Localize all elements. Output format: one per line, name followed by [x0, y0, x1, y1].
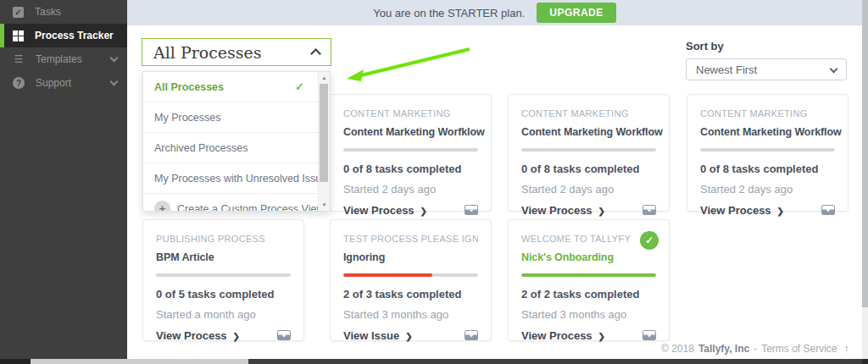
list-icon: ☰	[13, 53, 25, 65]
copyright-text: © 2018	[661, 343, 694, 355]
sort-value: Newest First	[696, 63, 757, 76]
process-title: Nick's Onboarding	[521, 251, 656, 263]
option-label: Archived Processes	[154, 142, 248, 154]
terms-of-service-link[interactable]: Terms of Service	[761, 343, 837, 355]
process-title: BPM Article	[156, 251, 291, 263]
option-label: My Processes with Unresolved Issues	[154, 173, 331, 185]
process-title: Content Marketing Workflow	[521, 126, 656, 138]
monitor-icon[interactable]	[277, 330, 291, 341]
process-card: CONTENT MARKETING Content Marketing Work…	[687, 94, 849, 212]
progress-bar	[521, 148, 656, 152]
chevron-right-icon: ❯	[405, 332, 412, 341]
view-process-link[interactable]: View Process ❯	[521, 204, 605, 217]
plus-icon: +	[154, 201, 170, 212]
filter-option-unresolved-issues[interactable]: My Processes with Unresolved Issues ✱	[143, 163, 330, 194]
sort-select[interactable]: Newest First	[686, 58, 847, 80]
chevron-right-icon: ❯	[233, 332, 240, 341]
progress-bar	[521, 273, 656, 277]
sidebar-item-process-tracker[interactable]: Process Tracker	[0, 24, 127, 47]
check-icon: ✓	[295, 80, 304, 93]
chevron-right-icon: ❯	[598, 207, 605, 216]
vertical-scrollbar-thumb[interactable]	[862, 0, 868, 307]
scroll-up-icon[interactable]: ▲	[319, 73, 330, 83]
chevron-down-icon	[110, 54, 119, 63]
tasks-completed: 0 of 8 tasks completed	[343, 163, 478, 175]
view-process-link[interactable]: View Process ❯	[343, 204, 427, 217]
process-title: Content Marketing Worfklow	[343, 126, 478, 138]
sidebar-item-label: Process Tracker	[35, 30, 114, 41]
view-issue-link[interactable]: View Issue ❯	[343, 329, 413, 342]
started-ago: Started 2 days ago	[343, 183, 478, 196]
completed-check-icon: ✓	[640, 231, 659, 250]
option-label: All Processes	[154, 81, 224, 93]
sidebar-item-templates[interactable]: ☰ Templates	[0, 47, 127, 71]
sidebar-item-tasks[interactable]: ✓ Tasks	[0, 0, 127, 24]
filter-option-my-processes[interactable]: My Processes	[143, 102, 330, 133]
template-label: PUBLISHING PROCESS	[156, 234, 291, 244]
process-card: PUBLISHING PROCESS BPM Article 0 of 5 ta…	[142, 219, 304, 341]
progress-bar	[700, 148, 835, 152]
filter-option-archived-processes[interactable]: Archived Processes	[143, 133, 330, 163]
process-filter-value: All Processes	[153, 43, 262, 62]
dropdown-scrollbar[interactable]: ▲ ▼	[318, 72, 330, 211]
page-vertical-scrollbar[interactable]	[862, 0, 868, 359]
plan-message: You are on the STARTER plan.	[373, 7, 525, 19]
chevron-right-icon: ❯	[777, 207, 784, 216]
monitor-icon[interactable]	[643, 330, 656, 341]
tasks-completed: 0 of 5 tasks completed	[156, 288, 291, 301]
process-title: Content Marketing Workflow	[700, 126, 835, 138]
footer: © 2018 Tallyfy, Inc - Terms of Service ↑	[661, 342, 849, 355]
tasks-checkbox-icon: ✓	[13, 7, 24, 18]
view-process-link[interactable]: View Process ❯	[700, 204, 784, 217]
plan-banner: You are on the STARTER plan. UPGRADE	[127, 0, 862, 25]
tasks-completed: 0 of 8 tasks completed	[700, 163, 835, 175]
progress-bar	[343, 148, 478, 152]
chevron-down-icon	[830, 64, 838, 73]
question-icon: ?	[13, 77, 25, 89]
horizontal-scrollbar-thumb[interactable]	[31, 359, 248, 364]
annotation-arrow	[341, 41, 476, 86]
sort-by-label: Sort by	[686, 40, 724, 52]
option-label: Create a Custom Process View	[177, 203, 324, 212]
filter-option-all-processes[interactable]: All Processes ✓	[143, 72, 330, 102]
sidebar: ✓ Tasks Process Tracker ☰ Templates ? Su…	[0, 0, 127, 359]
started-ago: Started a month ago	[156, 308, 291, 321]
sidebar-item-support[interactable]: ? Support	[0, 71, 127, 95]
process-filter-menu: All Processes ✓ My Processes Archived Pr…	[142, 71, 331, 212]
resize-grip	[862, 359, 868, 364]
chevron-down-icon	[110, 78, 119, 86]
template-label: CONTENT MARKETING	[521, 108, 656, 119]
template-label: TEST PROCESS PLEASE IGNORE	[343, 234, 478, 244]
scroll-to-top-icon[interactable]: ↑	[844, 342, 850, 355]
monitor-icon[interactable]	[465, 205, 478, 216]
view-process-link[interactable]: View Process ❯	[156, 329, 240, 342]
template-label: CONTENT MARKETING	[343, 108, 478, 119]
monitor-icon[interactable]	[643, 205, 656, 216]
chevron-right-icon: ❯	[420, 207, 427, 216]
upgrade-button[interactable]: UPGRADE	[537, 3, 616, 23]
process-filter-dropdown[interactable]: All Processes	[142, 38, 331, 66]
scroll-down-icon[interactable]: ▼	[319, 200, 330, 210]
page-horizontal-scrollbar[interactable]	[0, 359, 868, 364]
monitor-icon[interactable]	[821, 205, 835, 216]
template-label: WELCOME TO TALLYFY	[521, 234, 656, 244]
company-name: Tallyfy, Inc	[698, 343, 749, 355]
process-card: TEST PROCESS PLEASE IGNORE Ignoring 2 of…	[330, 219, 492, 341]
progress-bar	[156, 273, 291, 277]
chevron-up-icon	[310, 48, 321, 59]
started-ago: Started 2 days ago	[521, 183, 656, 196]
sidebar-item-label: Templates	[36, 53, 82, 65]
scrollbar-corner	[0, 359, 31, 364]
sidebar-item-label: Support	[36, 77, 71, 89]
monitor-icon[interactable]	[465, 330, 478, 341]
process-card: CONTENT MARKETING Content Marketing Work…	[508, 94, 670, 212]
view-process-link[interactable]: View Process ❯	[521, 329, 605, 342]
tasks-completed: 0 of 8 tasks completed	[521, 163, 656, 175]
option-label: My Processes	[154, 112, 221, 124]
started-ago: Started 2 days ago	[700, 183, 835, 196]
chevron-right-icon: ❯	[598, 332, 605, 341]
dropdown-scrollbar-thumb[interactable]	[320, 84, 328, 182]
filter-option-create-custom-view[interactable]: + Create a Custom Process View ✱	[143, 194, 330, 212]
process-title: Ignoring	[343, 251, 478, 263]
started-ago: Started 3 months ago	[521, 308, 656, 321]
